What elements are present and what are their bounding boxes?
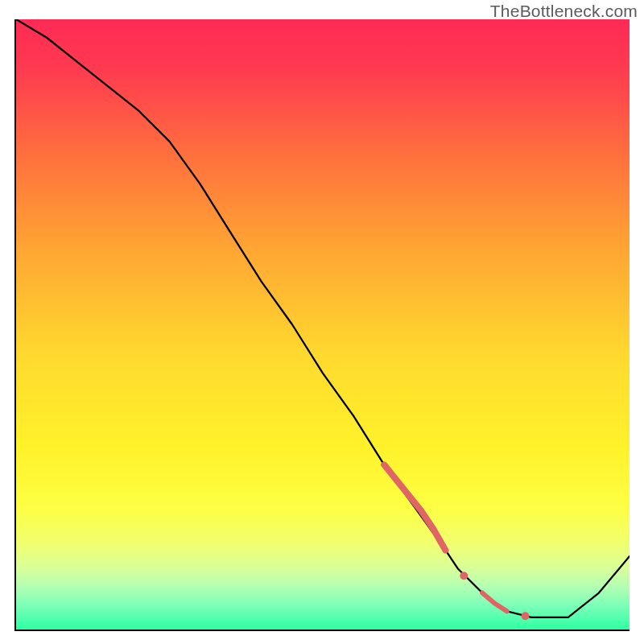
plot-axes [14, 19, 630, 631]
chart-canvas: TheBottleneck.com [0, 0, 644, 644]
bottleneck-curve [16, 19, 630, 617]
plot-area [16, 19, 630, 630]
highlight-segment-short [482, 593, 506, 612]
highlight-dot-1 [460, 572, 468, 580]
highlight-dot-2 [521, 612, 529, 620]
watermark-text: TheBottleneck.com [490, 2, 638, 21]
highlight-layer [384, 464, 529, 620]
plot-foreground [16, 19, 630, 630]
highlight-segment-thick [384, 464, 445, 550]
